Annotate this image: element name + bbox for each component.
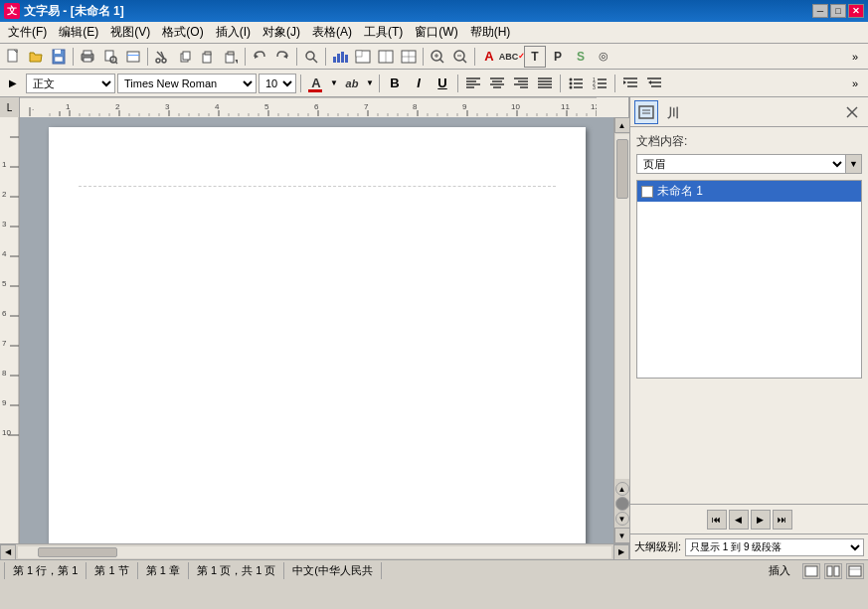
menu-item-format[interactable]: 格式(O) — [156, 22, 209, 43]
scroll-track-v[interactable] — [615, 134, 629, 479]
frame-btn2[interactable] — [375, 46, 397, 68]
printpreview-button[interactable] — [99, 46, 121, 68]
menu-item-insert[interactable]: 插入(I) — [210, 22, 257, 43]
scroll-thumb-v[interactable] — [616, 139, 628, 199]
size-selector[interactable]: 10 — [259, 74, 296, 93]
scroll-dot[interactable] — [615, 497, 629, 511]
nav-last-button[interactable]: ⏭ — [773, 510, 792, 530]
bullet-list-button[interactable] — [565, 73, 587, 94]
svg-marker-76 — [623, 80, 626, 84]
open-button[interactable] — [25, 46, 47, 68]
scroll-up-small[interactable]: ▲ — [615, 482, 629, 496]
menu-item-object[interactable]: 对象(J) — [257, 22, 306, 43]
menu-item-help[interactable]: 帮助(H) — [464, 22, 517, 43]
menu-item-file[interactable]: 文件(F) — [2, 22, 53, 43]
copy-button[interactable] — [174, 46, 196, 68]
svg-text:1: 1 — [66, 102, 71, 111]
bold-button[interactable]: B — [384, 73, 406, 94]
toolbar-standard: ▼ A ABC✓ T P S ◎ » — [0, 44, 868, 70]
menu-item-view[interactable]: 视图(V) — [104, 22, 156, 43]
save-button[interactable] — [48, 46, 70, 68]
style-selector[interactable]: 正文 — [26, 74, 115, 93]
item-checkbox[interactable] — [641, 186, 653, 198]
minimize-button[interactable]: ─ — [812, 4, 828, 18]
svg-marker-24 — [283, 54, 287, 59]
paragraph-mark-button[interactable]: P — [547, 46, 569, 68]
svg-rect-32 — [356, 51, 362, 57]
scroll-thumb-h[interactable] — [38, 547, 117, 557]
scroll-track-h[interactable] — [18, 546, 611, 558]
underline-button[interactable]: U — [432, 73, 453, 94]
view-web-button[interactable] — [846, 563, 864, 579]
panel-list-item[interactable]: 未命名 1 — [637, 181, 861, 202]
text-color-button[interactable]: A — [478, 46, 500, 68]
nav-prev-button[interactable]: ◀ — [729, 510, 749, 530]
close-button[interactable]: ✕ — [848, 4, 864, 18]
font-color-dropdown[interactable]: ▼ — [329, 73, 339, 94]
align-right-button[interactable] — [510, 73, 532, 94]
indent-more-button[interactable] — [619, 73, 641, 94]
panel-footer-select[interactable]: 只显示 1 到 9 级段落 — [685, 538, 864, 556]
zoom-in-button[interactable] — [427, 46, 448, 68]
scroll-down-button[interactable]: ▼ — [614, 528, 630, 543]
vertical-scrollbar[interactable]: ▲ ▲ ▼ ▼ — [613, 117, 629, 543]
new-button[interactable] — [2, 46, 24, 68]
panel-filter-dropdown[interactable]: ▼ — [846, 154, 862, 174]
panel-close-button[interactable] — [840, 100, 864, 124]
cut-button[interactable] — [151, 46, 173, 68]
italic-button[interactable]: I — [408, 73, 430, 94]
zoom-out-button[interactable] — [449, 46, 471, 68]
paste-special-button[interactable]: ▼ — [220, 46, 242, 68]
indent-less-button[interactable] — [643, 73, 665, 94]
menu-item-table[interactable]: 表格(A) — [306, 22, 358, 43]
navigator-button[interactable]: ◎ — [593, 46, 614, 68]
textbox-button[interactable]: T — [524, 46, 546, 68]
redo-button[interactable] — [271, 46, 293, 68]
find-button[interactable] — [300, 46, 322, 68]
highlight-dropdown[interactable]: ▼ — [365, 73, 375, 94]
menu-item-window[interactable]: 窗口(W) — [409, 22, 463, 43]
maximize-button[interactable]: □ — [830, 4, 846, 18]
svg-text:10: 10 — [511, 102, 520, 111]
nav-next-button[interactable]: ▶ — [751, 510, 771, 530]
sep-fmt1 — [300, 75, 301, 92]
scroll-right-button[interactable]: ▶ — [613, 544, 629, 560]
style-arrow-button[interactable]: ▶ — [2, 73, 24, 94]
more-button[interactable]: » — [844, 46, 866, 68]
align-left-button[interactable] — [462, 73, 484, 94]
paste-button[interactable] — [197, 46, 219, 68]
panel-filter-select[interactable]: 页眉 页脚 正文 标题 — [636, 154, 846, 174]
svg-text:9: 9 — [462, 102, 467, 111]
styles-button[interactable]: S — [570, 46, 592, 68]
svg-line-43 — [463, 59, 467, 63]
svg-text:3: 3 — [165, 102, 170, 111]
align-justify-button[interactable] — [534, 73, 556, 94]
frame-btn3[interactable] — [398, 46, 420, 68]
scroll-down-small[interactable]: ▼ — [615, 512, 629, 526]
chart-button[interactable] — [329, 46, 351, 68]
nav-first-button[interactable]: ⏮ — [707, 510, 727, 530]
font-color-button[interactable]: A — [305, 73, 327, 94]
menu-item-edit[interactable]: 编辑(E) — [53, 22, 104, 43]
view-normal-button[interactable] — [802, 563, 820, 579]
menu-item-tools[interactable]: 工具(T) — [358, 22, 409, 43]
scroll-up-button[interactable]: ▲ — [614, 117, 630, 133]
undo-button[interactable] — [249, 46, 270, 68]
numbered-list-button[interactable]: 123 — [589, 73, 610, 94]
svg-rect-182 — [834, 566, 839, 576]
frame-btn1[interactable] — [352, 46, 374, 68]
view-layout-button[interactable] — [824, 563, 842, 579]
more-format-button[interactable]: » — [844, 73, 866, 94]
spell-button[interactable]: ABC✓ — [501, 46, 523, 68]
highlight-button[interactable]: ab — [341, 73, 363, 94]
panel-tab2[interactable]: 川 — [662, 100, 686, 124]
scroll-left-button[interactable]: ◀ — [0, 544, 16, 560]
svg-text:川: 川 — [666, 106, 679, 120]
svg-text:6: 6 — [314, 102, 319, 111]
print-button[interactable] — [77, 46, 98, 68]
panel-tab1[interactable] — [634, 100, 658, 124]
font-selector[interactable]: Times New Roman — [117, 74, 257, 93]
scan-button[interactable] — [122, 46, 144, 68]
svg-text:4: 4 — [2, 249, 7, 258]
align-center-button[interactable] — [486, 73, 508, 94]
